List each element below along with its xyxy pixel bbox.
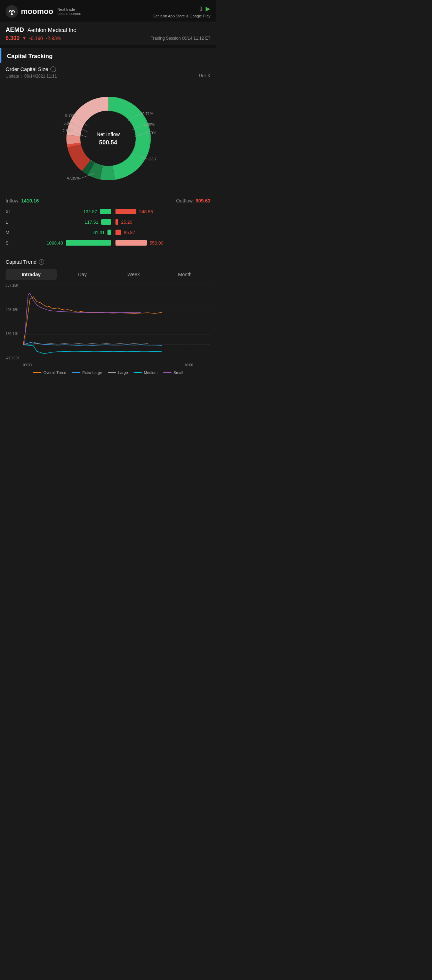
bar-right-xl: 248.56 xyxy=(116,209,210,214)
moomoo-logo-icon xyxy=(6,5,18,18)
inflow-header: Inflow: 1410.16 xyxy=(6,197,39,204)
outflow-value-l: 25.20 xyxy=(121,220,132,225)
logo-text: moomoo xyxy=(21,7,53,16)
bar-row-xl: XL 132.87 248.56 xyxy=(6,208,210,215)
svg-text:10.71%: 10.71% xyxy=(140,112,153,116)
chart-svg-wrapper xyxy=(23,283,210,360)
red-bar-m xyxy=(116,230,121,235)
svg-text:500.54: 500.54 xyxy=(99,139,118,146)
inflow-value-s: 1098.48 xyxy=(47,240,63,246)
capital-trend-title: Capital Trend xyxy=(6,259,37,265)
update-text: Update： 06/14/2021 11:11 xyxy=(6,73,57,79)
bar-left-s: 1098.48 xyxy=(16,240,111,246)
svg-point-1 xyxy=(11,13,13,15)
outflow-value: 909.63 xyxy=(195,198,210,204)
legend-line-medium xyxy=(133,372,142,373)
bar-row-l: L 117.51 25.20 xyxy=(6,218,210,226)
bar-divider-l xyxy=(113,218,113,226)
outflow-value-xl: 248.56 xyxy=(139,209,153,214)
store-icons:  ▶ xyxy=(200,5,210,13)
bar-divider-m xyxy=(113,229,113,236)
chart-y-labels: 857.18K 498.15K 139.11K -219.92K xyxy=(6,283,20,367)
svg-text:5.07%: 5.07% xyxy=(63,121,74,125)
update-row: Update： 06/14/2021 11:11 Unit:K xyxy=(6,73,210,79)
bar-chart-section: Inflow: 1410.16 Outflow: 909.63 XL 132.8… xyxy=(0,194,216,255)
inflow-value-xl: 132.87 xyxy=(83,209,97,214)
inflow-value: 1410.16 xyxy=(21,198,39,204)
store-cta-text: Get it on App Store & Google Play xyxy=(153,14,210,18)
google-play-icon: ▶ xyxy=(206,5,210,13)
info-icon-order[interactable]: i xyxy=(51,67,56,72)
svg-point-11 xyxy=(81,111,136,166)
tagline: Next trade Let's moomoo xyxy=(57,7,81,16)
outflow-value-s: 550.00 xyxy=(149,240,164,246)
y-label-mid2: 139.11K xyxy=(6,332,20,336)
chart-legend: Overall Trend Extra Large Large Medium S… xyxy=(0,367,216,380)
y-label-bottom: -219.92K xyxy=(6,356,20,360)
chart-x-labels: 09:30 16:00 xyxy=(6,363,210,367)
price-down-arrow: ▼ xyxy=(22,36,27,41)
capital-tracking-title: Capital Tracking xyxy=(7,53,52,59)
y-label-mid1: 498.15K xyxy=(6,308,20,312)
legend-label-overall: Overall Trend xyxy=(43,371,67,375)
stock-price-left: 6.300 ▼ -0.190 -2.93% xyxy=(6,35,61,41)
tab-day[interactable]: Day xyxy=(57,269,108,280)
bar-right-m: 85.87 xyxy=(116,230,210,235)
svg-text:3.70%: 3.70% xyxy=(145,131,156,135)
legend-large: Large xyxy=(108,371,128,375)
inflow-label: Inflow: xyxy=(6,198,19,204)
header-store-area:  ▶ Get it on App Store & Google Play xyxy=(153,5,210,18)
bar-label-m: M xyxy=(6,230,14,235)
legend-label-medium: Medium xyxy=(144,371,157,375)
outflow-label: Outflow: xyxy=(176,198,194,204)
trend-title-row: Capital Trend i xyxy=(6,259,210,265)
legend-small: Small xyxy=(163,371,183,375)
bar-row-s: S 1098.48 550.00 xyxy=(6,239,210,246)
outflow-header: Outflow: 909.63 xyxy=(176,197,210,204)
bar-header: Inflow: 1410.16 Outflow: 909.63 xyxy=(6,197,210,204)
svg-text:23.71%: 23.71% xyxy=(149,157,157,161)
bar-left-xl: 132.87 xyxy=(16,209,111,214)
legend-overall: Overall Trend xyxy=(33,371,67,375)
unit-label: Unit:K xyxy=(199,73,210,79)
green-bar-l xyxy=(101,219,111,225)
apple-icon:  xyxy=(200,5,202,13)
tab-month[interactable]: Month xyxy=(159,269,210,280)
logo-area: moomoo Next trade Let's moomoo xyxy=(6,5,81,18)
tagline-line2: Let's moomoo xyxy=(57,11,81,16)
update-time: 06/14/2021 11:11 xyxy=(24,74,57,79)
x-label-end: 16:00 xyxy=(184,363,193,367)
price-change: -0.190 xyxy=(29,35,43,41)
update-label: Update： xyxy=(6,74,23,79)
capital-trend-section: Capital Trend i Intraday Day Week Month … xyxy=(0,255,216,367)
stock-ticker: AEMD xyxy=(6,26,24,34)
y-label-top: 857.18K xyxy=(6,283,20,287)
bar-row-m: M 61.31 85.87 xyxy=(6,229,210,236)
order-capital-title: Order Capital Size xyxy=(6,66,48,72)
bar-right-s: 550.00 xyxy=(116,240,210,246)
legend-line-overall xyxy=(33,372,41,373)
order-capital-section: Order Capital Size i Update： 06/14/2021 … xyxy=(0,63,216,194)
donut-wrapper: Net Inflow 500.54 5.73% 5.07% 2.64% 47.3… xyxy=(59,90,157,187)
green-bar-xl xyxy=(100,209,111,214)
legend-medium: Medium xyxy=(133,371,157,375)
info-icon-trend[interactable]: i xyxy=(39,259,44,265)
legend-xl: Extra Large xyxy=(72,371,102,375)
tab-intraday[interactable]: Intraday xyxy=(6,269,57,280)
stock-full-name: Aethlon Medical Inc xyxy=(27,27,76,33)
order-capital-title-row: Order Capital Size i xyxy=(6,66,210,72)
red-bar-l xyxy=(116,219,118,225)
trend-tabs: Intraday Day Week Month xyxy=(6,269,210,280)
green-bar-s xyxy=(66,240,111,246)
bar-divider xyxy=(113,208,113,215)
app-header: moomoo Next trade Let's moomoo  ▶ Get i… xyxy=(0,0,216,22)
donut-chart-container: Net Inflow 500.54 5.73% 5.07% 2.64% 47.3… xyxy=(6,83,210,191)
bar-label-xl: XL xyxy=(6,209,14,214)
tagline-line1: Next trade xyxy=(57,7,81,11)
pink-bar-s xyxy=(116,240,147,246)
tab-week[interactable]: Week xyxy=(108,269,159,280)
trend-chart-svg xyxy=(23,283,210,360)
legend-label-xl: Extra Large xyxy=(83,371,102,375)
legend-line-xl xyxy=(72,372,80,373)
red-bar-xl xyxy=(116,209,137,214)
